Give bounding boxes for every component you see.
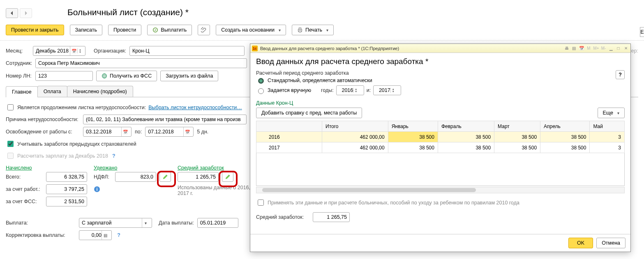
- period-manual-label: Задается вручную: [268, 87, 311, 93]
- release-to-input[interactable]: 07.12.2018 📅: [145, 127, 194, 137]
- release-from-input[interactable]: 03.12.2018 📅: [83, 127, 132, 137]
- tab-accrued-detail[interactable]: Начислено (подробно): [67, 86, 133, 97]
- minimize-icon[interactable]: ▁: [608, 45, 614, 51]
- month-label: Месяц:: [6, 48, 30, 54]
- year2-spinner[interactable]: ▲▼: [390, 88, 396, 93]
- add-reference-button[interactable]: Добавить справку с пред. места работы: [256, 108, 362, 118]
- modal-avg-value[interactable]: 1 265,75: [313, 212, 350, 222]
- release-from-label: Освобождение от работы с:: [6, 129, 80, 135]
- correction-input[interactable]: 0,00▤: [79, 230, 112, 240]
- more-button[interactable]: Еще: [598, 108, 625, 118]
- edit-avg-button[interactable]: [222, 172, 233, 182]
- calendar-icon[interactable]: 📅: [70, 46, 77, 55]
- globe-icon: [102, 73, 107, 79]
- calc-icon[interactable]: ▤: [102, 231, 109, 240]
- modal-window-title: Ввод данных для расчета среднего заработ…: [260, 46, 399, 51]
- payout-select[interactable]: С зарплатой ▾: [79, 218, 152, 228]
- earnings-table[interactable]: Итого Январь Февраль Март Апрель Май 201…: [256, 121, 625, 186]
- calendar-icon[interactable]: 📅: [578, 45, 584, 51]
- reason-input[interactable]: (01, 02, 10, 11) Заболевание или травма …: [83, 115, 247, 124]
- help-icon[interactable]: ?: [111, 153, 117, 159]
- table-row[interactable]: 2017 462 000,00 38 500 38 500 38 500 38 …: [256, 142, 625, 153]
- correction-label: Корректировка выплаты:: [6, 232, 76, 238]
- release-days: 5 дн.: [197, 129, 208, 135]
- modal-avg-label: Средний заработок:: [256, 214, 309, 220]
- pay-button[interactable]: ₽ Выплатить: [147, 25, 192, 35]
- consider-prev-insurers-checkbox[interactable]: [7, 141, 14, 147]
- period-label: Расчетный период среднего заработка: [256, 70, 616, 76]
- calendar-icon[interactable]: 📅: [121, 127, 129, 136]
- year1-spinner[interactable]: ▲▼: [353, 88, 358, 93]
- modal-help-button[interactable]: ?: [616, 70, 625, 79]
- data-used-label: Использованы данные о 2016, 2017 г.: [178, 185, 260, 196]
- load-from-file-button[interactable]: Загрузить из файла: [160, 71, 218, 81]
- create-based-on-button[interactable]: Создать на основании: [216, 25, 286, 35]
- reason-label: Причина нетрудоспособности:: [6, 117, 80, 122]
- ln-number-label: Номер ЛН:: [6, 73, 32, 79]
- release-to-label: по:: [135, 129, 142, 135]
- employee-input[interactable]: Сорока Петр Максимович: [35, 58, 247, 68]
- m-minus-icon[interactable]: M-: [600, 45, 607, 51]
- chevron-down-icon[interactable]: ▾: [142, 218, 149, 227]
- print-button[interactable]: Печать: [292, 25, 334, 35]
- get-from-fss-button[interactable]: Получить из ФСС: [96, 71, 157, 81]
- fss-part-value[interactable]: 2 531,50: [46, 197, 87, 206]
- col-mar: Март: [494, 121, 540, 132]
- accrued-heading: Начислено: [6, 165, 92, 171]
- month-spinner[interactable]: ▲▼: [77, 48, 83, 53]
- nav-forward-button[interactable]: [20, 8, 32, 18]
- print-icon[interactable]: 🖶: [563, 45, 570, 51]
- tab-main[interactable]: Главное: [6, 86, 38, 97]
- org-input[interactable]: Крон-Ц: [129, 46, 245, 56]
- pencil-icon: [162, 174, 168, 180]
- collapse-button[interactable]: Е: [640, 27, 644, 37]
- m-plus-icon[interactable]: M+: [593, 45, 599, 51]
- month-input[interactable]: Декабрь 2018 📅 ▲▼: [33, 46, 85, 56]
- edit-ndfl-button[interactable]: [159, 172, 171, 182]
- post-and-close-button[interactable]: Провести и закрыть: [6, 25, 64, 35]
- choose-ln-link[interactable]: Выбрать листок нетрудоспособности…: [148, 105, 242, 110]
- cancel-button[interactable]: Отмена: [596, 238, 626, 245]
- employee-label: Сотрудник:: [6, 60, 32, 66]
- write-button[interactable]: Записать: [70, 25, 102, 35]
- period-manual-radio[interactable]: [258, 88, 264, 94]
- post-button[interactable]: Провести: [108, 25, 141, 35]
- tab-payment[interactable]: Оплата: [37, 86, 67, 97]
- period-auto-label: Стандартный, определяется автоматически: [268, 78, 372, 83]
- modal-titlebar[interactable]: 1c Ввод данных для расчета среднего зара…: [250, 44, 630, 53]
- apply-2010-rules-checkbox[interactable]: [258, 199, 264, 206]
- maximize-icon[interactable]: □: [615, 45, 621, 51]
- ok-button[interactable]: OK: [568, 238, 593, 245]
- close-icon[interactable]: ✕: [623, 45, 629, 51]
- nav-back-button[interactable]: [6, 8, 18, 18]
- year1-input[interactable]: 2016▲▼: [336, 85, 364, 95]
- year2-input[interactable]: 2017▲▼: [373, 85, 401, 95]
- calc-icon[interactable]: ▤: [571, 45, 577, 51]
- modal-heading: Ввод данных для расчета среднего заработ…: [256, 57, 625, 70]
- fss-part-label: за счет ФСС:: [6, 199, 43, 204]
- is-continuation-label: Является продолжением листка нетрудоспос…: [17, 105, 146, 110]
- printer-icon: [297, 27, 303, 33]
- employer-part-value[interactable]: 3 797,25: [46, 184, 87, 194]
- info-icon: i: [94, 186, 100, 193]
- col-total: Итого: [322, 121, 388, 132]
- table-row[interactable]: 2016 462 000,00 38 500 38 500 38 500 38 …: [256, 132, 625, 142]
- total-value[interactable]: 6 328,75: [46, 172, 87, 182]
- table-horizontal-scrollbar[interactable]: [256, 187, 625, 193]
- calendar-icon[interactable]: 📅: [183, 127, 191, 136]
- ndfl-value[interactable]: 823,0: [115, 172, 156, 182]
- attachment-button[interactable]: [198, 25, 210, 35]
- page-title: Больничный лист (создание) *: [67, 3, 189, 23]
- avg-value[interactable]: 1 265,75: [178, 172, 219, 182]
- ln-number-input[interactable]: 123: [35, 71, 93, 81]
- help-icon[interactable]: ?: [115, 231, 122, 239]
- svg-text:₽: ₽: [155, 29, 157, 32]
- is-continuation-checkbox[interactable]: [7, 104, 14, 110]
- period-auto-radio[interactable]: [258, 78, 264, 84]
- years-and-label: и:: [367, 87, 371, 93]
- paperclip-icon: [201, 27, 207, 33]
- payout-date-input[interactable]: 05.01.2019: [197, 218, 238, 228]
- svg-text:i: i: [96, 187, 97, 192]
- m-icon[interactable]: M: [586, 45, 592, 51]
- recalc-salary-label: Рассчитать зарплату за Декабрь 2018: [17, 153, 108, 159]
